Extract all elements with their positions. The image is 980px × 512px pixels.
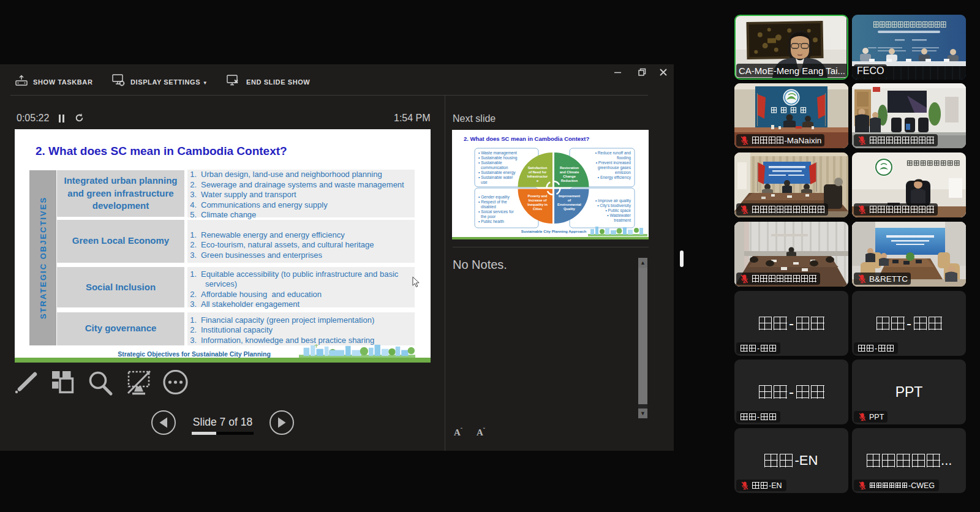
svg-text:• Energy efficiency: • Energy efficiency	[598, 175, 631, 180]
svg-text:of Need for: of Need for	[529, 170, 547, 174]
svg-text:• Sustainable housing: • Sustainable housing	[478, 156, 518, 160]
svg-text:• Public health: • Public health	[478, 219, 504, 224]
svg-text:Improvement: Improvement	[559, 194, 580, 198]
svg-text:Restoration: Restoration	[560, 166, 579, 170]
svg-text:• Sustainable energy: • Sustainable energy	[478, 170, 516, 175]
svg-text:• Gender equality: • Gender equality	[478, 195, 510, 200]
svg-text:Cities: Cities	[533, 207, 542, 211]
svg-text:Infrastructur: Infrastructur	[527, 175, 548, 178]
svg-text:2. What does SC mean in Cambod: 2. What does SC mean in Cambodia Context…	[464, 135, 590, 142]
svg-text:• Soical services for: • Soical services for	[478, 209, 514, 214]
svg-text:• Reduce runoff and: • Reduce runoff and	[595, 151, 631, 155]
svg-text:use: use	[481, 180, 488, 184]
svg-text:the poor: the poor	[481, 214, 496, 219]
svg-text:Environmental: Environmental	[557, 203, 581, 206]
svg-text:greenhouse gases: greenhouse gases	[598, 165, 631, 170]
svg-text:communication: communication	[481, 165, 508, 170]
svg-text:• Improve air quality: • Improve air quality	[595, 198, 631, 203]
svg-text:emission: emission	[615, 170, 631, 175]
svg-text:Satisfaction: Satisfaction	[528, 166, 548, 170]
svg-text:disabled: disabled	[481, 205, 496, 209]
svg-text:• Respect of the: • Respect of the	[478, 200, 507, 205]
svg-text:• Sustainable: • Sustainable	[478, 160, 502, 165]
svg-text:• Waste management: • Waste management	[478, 151, 517, 156]
svg-text:Quality: Quality	[564, 207, 576, 211]
svg-text:Sustainable City Planning Appr: Sustainable City Planning Approach	[521, 229, 587, 233]
svg-text:Poverty and: Poverty and	[527, 194, 548, 198]
svg-text:• Prevent increased: • Prevent increased	[596, 160, 631, 165]
svg-text:• Sustainable water: • Sustainable water	[478, 175, 513, 179]
svg-text:and Climate: and Climate	[560, 170, 579, 174]
svg-text:• Wastewater: • Wastewater	[607, 213, 631, 217]
svg-text:treatment: treatment	[614, 218, 631, 222]
svg-text:flooding: flooding	[617, 156, 631, 160]
svg-text:Increase of: Increase of	[529, 198, 547, 202]
svg-text:e: e	[537, 179, 538, 183]
svg-text:Reduction: Reduction	[561, 179, 578, 183]
svg-text:of: of	[568, 198, 571, 202]
svg-text:Change: Change	[563, 175, 576, 178]
svg-text:• Public space: • Public space	[605, 208, 631, 213]
svg-text:Inequality in: Inequality in	[527, 203, 548, 206]
svg-text:• City's biodiversity: • City's biodiversity	[597, 203, 631, 208]
